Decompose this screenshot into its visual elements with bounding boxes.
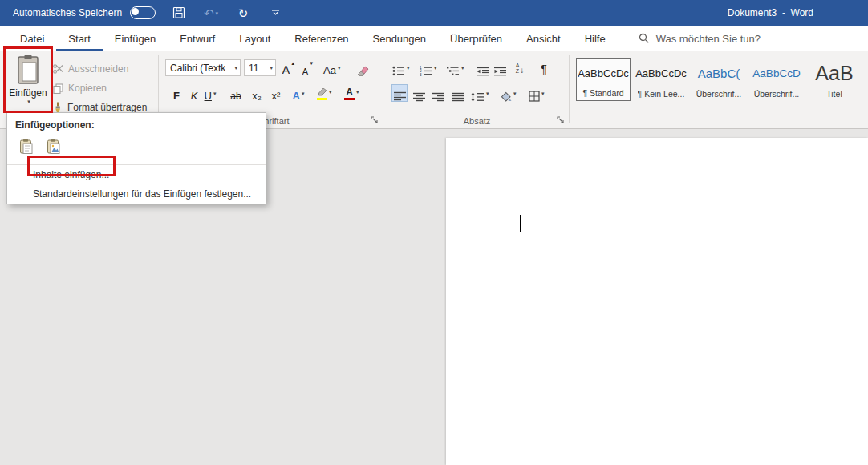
- clear-formatting-button[interactable]: [355, 59, 371, 76]
- tell-me-search[interactable]: Was möchten Sie tun?: [639, 26, 761, 51]
- text-cursor: [520, 215, 521, 232]
- document-page[interactable]: [446, 138, 868, 465]
- tab-einfuegen[interactable]: Einfügen: [103, 26, 168, 51]
- paste-options-menu: Einfügeoptionen:: [6, 112, 266, 204]
- paste-picture-button[interactable]: [43, 135, 65, 158]
- text-highlight-button[interactable]: ▾: [316, 83, 333, 100]
- change-case-button[interactable]: Aa▾: [322, 59, 341, 76]
- multilevel-list-button[interactable]: ▾: [446, 59, 465, 76]
- bullets-button[interactable]: ▾: [391, 59, 411, 76]
- increase-indent-button[interactable]: [493, 59, 509, 76]
- grow-font-button[interactable]: A▲: [281, 59, 297, 76]
- tab-ueberpruefen[interactable]: Überprüfen: [438, 26, 514, 51]
- italic-button[interactable]: K: [186, 84, 202, 102]
- shading-button[interactable]: ▾: [499, 84, 517, 102]
- align-center-button[interactable]: [411, 84, 427, 102]
- superscript-label: x²: [272, 90, 281, 102]
- copy-button: Kopieren: [53, 80, 107, 96]
- subscript-button[interactable]: x₂: [249, 84, 265, 102]
- bold-button[interactable]: F: [168, 84, 185, 102]
- style-name: ¶ Standard: [582, 88, 623, 98]
- cut-button: Ausschneiden: [53, 61, 128, 77]
- customize-quick-access-icon: [271, 9, 280, 17]
- underline-button[interactable]: U▾: [202, 84, 218, 102]
- shading-icon: [500, 91, 512, 102]
- paste-picture-icon: [47, 139, 61, 155]
- decrease-indent-icon: [477, 67, 489, 76]
- shrink-font-letter: A: [302, 67, 308, 76]
- document-title: Dokument3 - Word: [728, 7, 813, 18]
- format-painter-icon: [53, 102, 63, 113]
- tab-start[interactable]: Start: [56, 26, 102, 51]
- show-marks-button[interactable]: ¶: [536, 58, 552, 75]
- strikethrough-button[interactable]: ab: [228, 84, 244, 102]
- font-color-letter: A: [346, 87, 353, 97]
- borders-button[interactable]: ▾: [528, 84, 546, 102]
- line-spacing-button[interactable]: ▾: [470, 84, 490, 102]
- style-preview: AaBbCcDc: [577, 59, 630, 88]
- tab-entwurf[interactable]: Entwurf: [168, 26, 227, 51]
- text-effects-button[interactable]: A▾: [290, 84, 306, 102]
- style-standard[interactable]: AaBbCcDc ¶ Standard: [576, 58, 631, 101]
- line-spacing-icon: [471, 92, 485, 102]
- copy-label: Kopieren: [68, 83, 107, 94]
- autosave-toggle[interactable]: [130, 6, 156, 19]
- shrink-arrow-icon: ▼: [309, 61, 314, 66]
- underline-label: U: [205, 90, 212, 102]
- word-window: Automatisches Speichern ↶▾ ↻ Dokument3 -…: [0, 0, 868, 465]
- justify-button[interactable]: [449, 84, 465, 102]
- font-name-combo[interactable]: Calibri (Textk ▾: [165, 59, 241, 76]
- font-size-value: 11: [249, 63, 258, 74]
- strikethrough-label: ab: [230, 91, 241, 102]
- align-left-button[interactable]: [391, 84, 408, 102]
- clipboard-icon: [16, 55, 40, 85]
- paste-options-icon-row: [7, 133, 266, 165]
- paste-special-item[interactable]: Inhalte einfügen...: [7, 165, 266, 184]
- tab-hilfe[interactable]: Hilfe: [573, 26, 618, 51]
- tab-datei[interactable]: Datei: [8, 26, 56, 51]
- bullets-icon: [392, 66, 405, 76]
- style-titel[interactable]: AaB Titel: [807, 58, 862, 101]
- group-separator: [569, 55, 570, 123]
- paste-dropdown-icon: ▾: [27, 99, 30, 104]
- numbering-icon: 1 2 3: [420, 66, 432, 76]
- bullets-dropdown-icon: ▾: [407, 65, 410, 71]
- customize-quick-access-button[interactable]: [266, 3, 284, 22]
- font-color-button[interactable]: A ▾: [343, 83, 360, 100]
- font-dialog-launcher[interactable]: [369, 115, 379, 125]
- decrease-indent-button[interactable]: [475, 59, 491, 76]
- subscript-label: x₂: [252, 90, 262, 102]
- tab-layout[interactable]: Layout: [227, 26, 282, 51]
- italic-label: K: [191, 90, 198, 102]
- style-ueberschrift-1[interactable]: AaBbC( Überschrif...: [692, 58, 746, 101]
- sort-button[interactable]: A Z ↓: [512, 57, 528, 75]
- style-preview: AaB: [807, 58, 862, 89]
- style-ueberschrift-2[interactable]: AaBbCcD Überschrif...: [749, 58, 804, 101]
- paste-keep-formatting-button[interactable]: [15, 135, 38, 158]
- paragraph-dialog-launcher[interactable]: [555, 115, 566, 125]
- numbering-button[interactable]: 1 2 3 ▾: [419, 59, 438, 76]
- redo-button[interactable]: ↻: [234, 3, 252, 22]
- superscript-button[interactable]: x²: [268, 84, 284, 102]
- undo-button[interactable]: ↶▾: [202, 3, 220, 22]
- tab-sendungen[interactable]: Sendungen: [361, 26, 439, 51]
- paragraph-group-label: Absatz: [385, 116, 569, 126]
- increase-indent-icon: [494, 67, 507, 76]
- highlight-color-bar: [317, 98, 327, 100]
- change-case-label: Aa: [323, 64, 336, 76]
- align-right-button[interactable]: [430, 84, 446, 102]
- set-default-paste-item[interactable]: Standardeinstellungen für das Einfügen f…: [7, 184, 266, 204]
- tab-ansicht[interactable]: Ansicht: [514, 26, 573, 51]
- font-size-combo[interactable]: 11 ▾: [244, 59, 276, 76]
- paste-split-button[interactable]: Einfügen ▾: [6, 55, 50, 114]
- grow-arrow-icon: ▲: [290, 61, 295, 66]
- style-name: Titel: [826, 89, 842, 99]
- shrink-font-button[interactable]: A▼: [300, 59, 316, 76]
- style-kein-leerzeichen[interactable]: AaBbCcDc ¶ Kein Lee...: [634, 58, 688, 101]
- undo-dropdown-icon: ▾: [216, 10, 219, 16]
- tab-referenzen[interactable]: Referenzen: [282, 26, 360, 51]
- save-icon[interactable]: [170, 3, 188, 22]
- style-preview: AaBbCcDc: [634, 58, 688, 89]
- font-size-dropdown-icon: ▾: [270, 65, 273, 71]
- paste-options-header: Einfügeoptionen:: [7, 113, 266, 133]
